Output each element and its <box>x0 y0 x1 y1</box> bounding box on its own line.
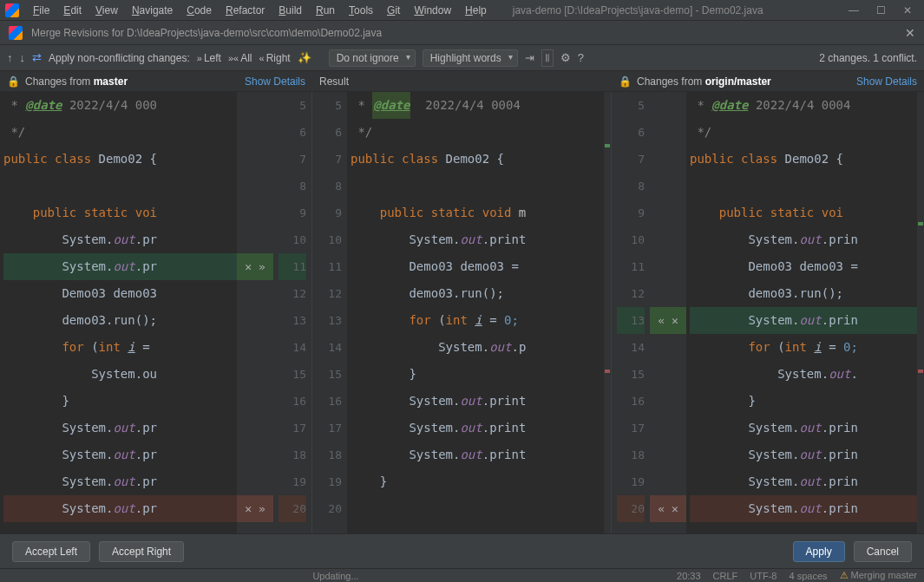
status-updating: Updating... <box>312 571 358 581</box>
code-line[interactable]: System.out.pr <box>3 468 237 495</box>
code-line[interactable] <box>351 495 611 522</box>
accept-right-button[interactable]: Accept Right <box>99 541 184 562</box>
code-line[interactable]: */ <box>351 119 611 146</box>
next-change-icon[interactable]: ↓ <box>20 51 26 64</box>
menu-git[interactable]: Git <box>380 3 407 18</box>
merge-action-icon[interactable]: « ✕ <box>658 314 678 327</box>
code-line[interactable]: public static voi <box>3 199 237 226</box>
code-line[interactable]: System.out.print <box>351 415 611 441</box>
show-details-right-link[interactable]: Show Details <box>856 75 917 88</box>
code-line[interactable]: System.out.prin <box>690 495 924 522</box>
menu-code[interactable]: Code <box>180 3 219 18</box>
left-code[interactable]: * @date 2022/4/4 000 */public class Demo… <box>0 92 237 548</box>
code-line[interactable]: System.out.p <box>351 334 611 361</box>
code-line[interactable]: System.out.prin <box>690 441 924 468</box>
sync-scroll-icon[interactable]: ⫴ <box>541 49 554 67</box>
merge-action-icon[interactable]: « ✕ <box>658 502 678 515</box>
code-line[interactable] <box>3 173 237 199</box>
menu-refactor[interactable]: Refactor <box>219 3 272 18</box>
cancel-button[interactable]: Cancel <box>854 541 912 562</box>
code-line[interactable]: System.out. <box>690 361 924 388</box>
menu-run[interactable]: Run <box>309 3 342 18</box>
code-line[interactable]: demo03.run(); <box>690 280 924 307</box>
code-line[interactable]: } <box>351 361 611 388</box>
status-indent[interactable]: 4 spaces <box>789 571 827 581</box>
apply-left-link[interactable]: »Left <box>197 52 221 64</box>
menu-file[interactable]: File <box>26 3 56 18</box>
apply-all-link[interactable]: »«All <box>228 52 252 64</box>
magic-wand-icon[interactable]: ✨ <box>298 51 311 64</box>
code-line[interactable]: Demo03 demo03 = <box>351 253 611 280</box>
code-line[interactable] <box>351 173 611 199</box>
menu-navigate[interactable]: Navigate <box>125 3 180 18</box>
right-code[interactable]: * @date 2022/4/4 0004 */public class Dem… <box>686 92 924 548</box>
code-line[interactable]: System.out.prin <box>690 307 924 334</box>
code-line[interactable]: System.out.pr <box>3 415 237 441</box>
result-code[interactable]: * @date 2022/4/4 0004 */public class Dem… <box>347 92 611 548</box>
menu-build[interactable]: Build <box>272 3 309 18</box>
code-line[interactable]: public class Demo02 { <box>351 146 611 173</box>
accept-left-button[interactable]: Accept Left <box>12 541 90 562</box>
code-line[interactable]: System.out.pr <box>3 226 237 253</box>
code-line[interactable]: System.out.prin <box>690 468 924 495</box>
code-line[interactable] <box>690 173 924 199</box>
prev-change-icon[interactable]: ↑ <box>7 51 13 64</box>
magic-resolve-icon[interactable]: ⇄ <box>32 51 42 64</box>
code-line[interactable]: demo03.run(); <box>3 307 237 334</box>
code-line[interactable]: for (int i = 0; <box>690 334 924 361</box>
code-line[interactable]: demo03.run(); <box>351 280 611 307</box>
code-line[interactable]: Demo03 demo03 = <box>690 253 924 280</box>
code-line[interactable]: } <box>351 468 611 495</box>
code-line[interactable]: System.out.print <box>351 388 611 415</box>
code-line[interactable]: public class Demo02 { <box>3 146 237 173</box>
code-line[interactable]: System.out.prin <box>690 226 924 253</box>
code-line[interactable]: System.out.print <box>351 441 611 468</box>
menu-window[interactable]: Window <box>407 3 458 18</box>
status-pos[interactable]: 20:33 <box>677 571 701 581</box>
code-line[interactable]: * @date 2022/4/4 0004 <box>690 92 924 119</box>
code-line[interactable]: System.ou <box>3 361 237 388</box>
merge-action-icon[interactable]: ✕ » <box>245 502 265 515</box>
code-line[interactable]: Demo03 demo03 <box>3 280 237 307</box>
code-line[interactable]: * @date 2022/4/4 000 <box>3 92 237 119</box>
collapse-unchanged-icon[interactable]: ⇥ <box>525 51 534 64</box>
merge-action-icon[interactable]: ✕ » <box>245 260 265 273</box>
code-line[interactable]: } <box>3 388 237 415</box>
status-crlf[interactable]: CRLF <box>713 571 738 581</box>
highlight-combo[interactable]: Highlight words <box>423 49 518 67</box>
code-line[interactable]: for (int i = 0; <box>351 307 611 334</box>
maximize-icon[interactable]: ☐ <box>876 4 886 16</box>
code-line[interactable]: */ <box>690 119 924 146</box>
menu-view[interactable]: View <box>88 3 125 18</box>
code-line[interactable]: for (int i = <box>3 334 237 361</box>
ignore-combo[interactable]: Do not ignore <box>329 49 416 67</box>
menu-edit[interactable]: Edit <box>56 3 88 18</box>
menu-help[interactable]: Help <box>458 3 494 18</box>
status-enc[interactable]: UTF-8 <box>750 571 777 581</box>
left-action-gutter[interactable]: ✕ »✕ » <box>237 92 273 548</box>
code-line[interactable]: public static void m <box>351 199 611 226</box>
result-marker-strip[interactable] <box>604 92 611 548</box>
show-details-left-link[interactable]: Show Details <box>245 75 305 88</box>
code-line[interactable]: System.out.pr <box>3 441 237 468</box>
code-line[interactable]: public class Demo02 { <box>690 146 924 173</box>
apply-right-link[interactable]: «Right <box>259 52 291 64</box>
settings-icon[interactable]: ⚙ <box>560 51 571 64</box>
right-action-gutter[interactable]: « ✕« ✕ <box>650 92 686 548</box>
code-line[interactable]: public static voi <box>690 199 924 226</box>
code-line[interactable]: * @date 2022/4/4 0004 <box>351 92 611 119</box>
code-line[interactable]: System.out.pr <box>3 253 237 280</box>
minimize-icon[interactable]: — <box>849 4 859 16</box>
code-line[interactable]: System.out.print <box>351 226 611 253</box>
menu-tools[interactable]: Tools <box>342 3 380 18</box>
apply-button[interactable]: Apply <box>793 541 845 562</box>
close-icon[interactable]: ✕ <box>903 4 912 16</box>
status-merge[interactable]: ⚠ Merging master <box>840 570 917 581</box>
right-marker-strip[interactable] <box>917 92 924 548</box>
code-line[interactable]: System.out.pr <box>3 495 237 522</box>
code-line[interactable]: } <box>690 388 924 415</box>
code-line[interactable]: System.out.prin <box>690 415 924 441</box>
help-icon[interactable]: ? <box>578 51 584 64</box>
code-line[interactable]: */ <box>3 119 237 146</box>
dialog-close-icon[interactable]: ✕ <box>905 26 915 40</box>
